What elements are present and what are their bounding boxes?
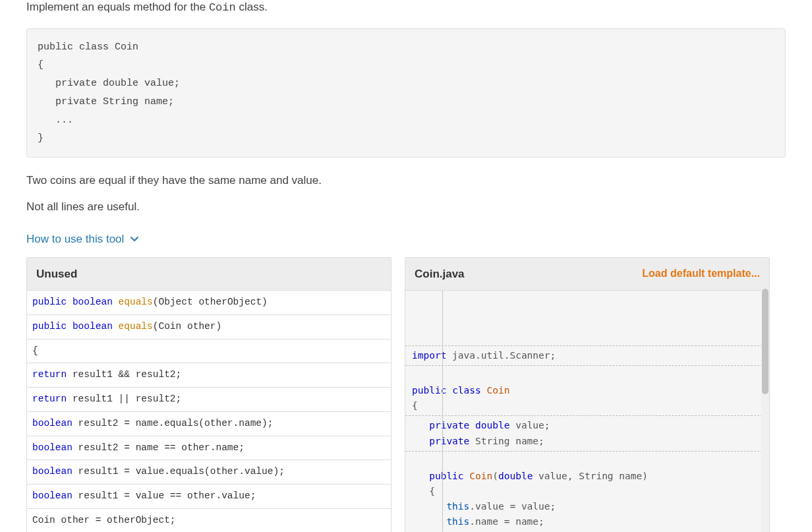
drop-slot[interactable]: [405, 345, 769, 346]
code-tile[interactable]: public boolean equals(Coin other): [27, 315, 391, 340]
unused-panel: Unused public boolean equals(Object othe…: [26, 257, 392, 533]
drop-slot[interactable]: [405, 415, 769, 416]
code-line: {: [412, 398, 763, 413]
code-tile[interactable]: boolean result2 = name == other.name;: [27, 436, 391, 461]
code-tile[interactable]: return result1 || result2;: [27, 388, 391, 412]
code-editor[interactable]: import java.util.Scanner; public class C…: [405, 291, 769, 532]
code-tile[interactable]: boolean result1 = value == other.value;: [27, 485, 391, 509]
code-tile[interactable]: {: [27, 340, 391, 364]
unused-header-label: Unused: [36, 266, 77, 283]
description-1: Two coins are equal if they have the sam…: [26, 172, 786, 189]
intro-prefix: Implement an equals method for the: [26, 1, 209, 13]
code-line: public class Coin: [412, 383, 763, 398]
code-line: public Coin(double value, String name): [412, 469, 763, 484]
code-tile[interactable]: public boolean equals(Object otherObject…: [27, 291, 391, 315]
intro-suffix: class.: [236, 1, 268, 13]
chevron-down-icon: [129, 234, 140, 245]
code-line: [412, 454, 763, 469]
how-to-use-label: How to use this tool: [26, 231, 124, 248]
code-tile[interactable]: Coin other = otherObject;: [27, 509, 391, 532]
code-snippet-box: public class Coin { private double value…: [26, 28, 786, 158]
code-tile[interactable]: boolean result2 = name.equals(other.name…: [27, 412, 391, 436]
code-line: import java.util.Scanner;: [412, 348, 763, 363]
code-line: private double value;: [412, 418, 763, 433]
code-panel-header: Coin.java Load default template...: [405, 258, 769, 291]
scrollbar-thumb[interactable]: [762, 289, 768, 394]
code-line: {: [412, 484, 763, 499]
code-panel: Coin.java Load default template... impor…: [405, 257, 770, 533]
code-line: this.value = value;: [412, 499, 763, 514]
code-line: this.name = name;: [412, 514, 763, 529]
intro-code-word: Coin: [209, 1, 236, 14]
code-tile[interactable]: boolean result1 = value.equals(other.val…: [27, 460, 391, 485]
code-line: }: [412, 530, 763, 532]
code-tile[interactable]: return result1 && result2;: [27, 363, 391, 388]
gutter-line: [442, 291, 443, 532]
scrollbar[interactable]: [761, 289, 769, 533]
description-2: Not all lines are useful.: [26, 198, 786, 216]
drop-slot[interactable]: [405, 451, 769, 452]
load-default-link[interactable]: Load default template...: [642, 266, 760, 281]
code-line: private String name;: [412, 434, 763, 449]
drop-slot[interactable]: [405, 365, 769, 366]
how-to-use-toggle[interactable]: How to use this tool: [26, 231, 786, 248]
unused-panel-header: Unused: [27, 258, 391, 291]
code-line: [412, 368, 763, 383]
intro-text: Implement an equals method for the Coin …: [26, 0, 786, 16]
code-filename-label: Coin.java: [415, 266, 465, 283]
tiles-list[interactable]: public boolean equals(Object otherObject…: [27, 291, 391, 532]
